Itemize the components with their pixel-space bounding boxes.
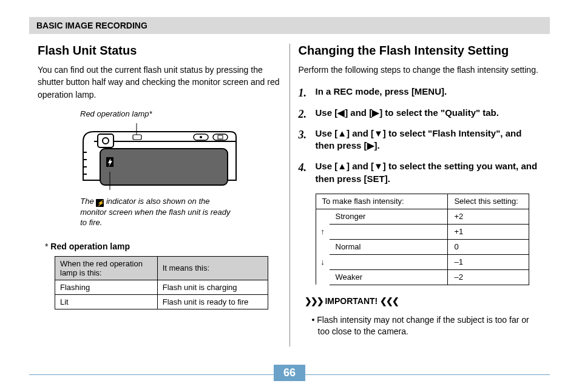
lamp-table: When the red operation lamp is this: It … [55,256,268,309]
right-column: Changing the Flash Intensity Setting Per… [290,44,550,346]
int-value: +1 [448,224,529,239]
wing-right-icon: ❯❯❯ [305,296,323,306]
arrow-down-icon: ↓ [316,254,330,269]
table-row: ↓ –1 [316,254,529,269]
int-th1: To make flash intensity: [316,194,448,209]
left-column: Flash Unit Status You can find out the c… [29,44,290,346]
int-label: Weaker [330,269,448,285]
page-number: 66 [274,365,305,381]
flash-icon: ⚡ [96,199,104,207]
svg-rect-11 [133,135,141,140]
important-heading: ❯❯❯ IMPORTANT! ❮❮❮ [305,296,542,306]
lamp-th1: When the red operation lamp is this: [55,256,158,280]
right-body: Perform the following steps to change th… [299,64,542,76]
svg-rect-7 [100,149,228,185]
page: BASIC IMAGE RECORDING Flash Unit Status … [0,0,579,392]
steps-list: In a REC mode, press [MENU]. Use [◀] and… [299,86,542,185]
important-text: Flash intensity may not change if the su… [317,315,529,337]
important-label: IMPORTANT! [325,296,378,306]
lamp-th2: It means this: [157,256,268,280]
int-value: 0 [448,239,529,254]
int-value: –2 [448,269,529,285]
table-row: Stronger +2 [316,209,529,224]
svg-point-2 [103,138,109,144]
int-label: Normal [330,239,448,254]
lamp-cell: Flashing [55,280,158,294]
table-row: Normal 0 [316,239,529,254]
right-title: Changing the Flash Intensity Setting [299,44,542,58]
left-title: Flash Unit Status [38,44,281,58]
page-footer: 66 [29,364,550,382]
table-row: ↑ +1 [316,224,529,239]
arrow-cell [316,239,330,254]
svg-point-4 [200,136,202,138]
int-value: +2 [448,209,529,224]
camera-illustration [77,123,241,190]
lamp-cell: Flash unit is ready to fire [157,294,268,309]
table-row: Weaker –2 [316,269,529,285]
arrow-cell [316,269,330,285]
int-label [330,254,448,269]
lamp-heading: Red operation lamp [45,242,281,251]
arrow-up-icon: ↑ [316,224,330,239]
int-label: Stronger [330,209,448,224]
table-row: Flashing Flash unit is charging [55,280,268,294]
camera-diagram: The ⚡ indicator is also shown on the mon… [38,123,281,228]
wing-left-icon: ❮❮❮ [380,296,398,306]
arrow-cell [316,209,330,224]
intensity-table: To make flash intensity: Select this set… [316,194,529,285]
int-label [330,224,448,239]
step-item: Use [▲] and [▼] to select the setting yo… [299,160,542,185]
int-value: –1 [448,254,529,269]
important-bullet: • Flash intensity may not change if the … [312,314,542,338]
step-item: Use [◀] and [▶] to select the "Quality" … [299,107,542,119]
diagram-label: Red operation lamp* [38,109,281,118]
caption-pre: The [80,197,93,206]
lamp-cell: Flash unit is charging [157,280,268,294]
left-body: You can find out the current flash unit … [38,64,281,101]
columns: Flash Unit Status You can find out the c… [29,44,550,346]
table-row: Lit Flash unit is ready to fire [55,294,268,309]
step-item: In a REC mode, press [MENU]. [299,86,542,98]
diagram-caption: The ⚡ indicator is also shown on the mon… [80,196,238,228]
step-item: Use [▲] and [▼] to select "Flash Intensi… [299,127,542,152]
section-header: BASIC IMAGE RECORDING [29,17,550,34]
int-th2: Select this setting: [448,194,529,209]
lamp-cell: Lit [55,294,158,309]
